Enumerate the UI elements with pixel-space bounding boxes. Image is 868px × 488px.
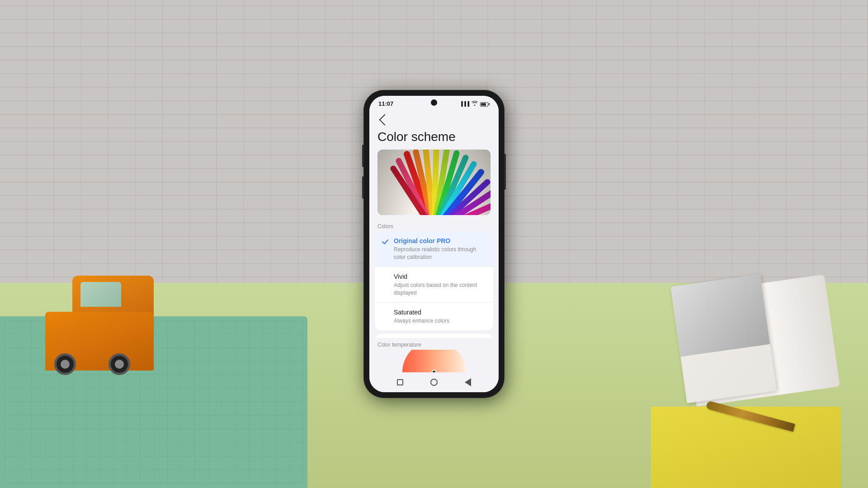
vivid-check-placeholder xyxy=(381,273,389,282)
vivid-text: Vivid Adjust colors based on the content… xyxy=(394,272,487,297)
svg-line-14 xyxy=(393,169,434,215)
back-button[interactable] xyxy=(377,113,390,125)
advanced-settings-item[interactable]: Advanced settings Color gamut options xyxy=(375,334,493,338)
svg-line-5 xyxy=(434,150,447,215)
saturated-text: Saturated Always enhance colors xyxy=(394,308,487,325)
phone-device: 11:07 ▐▐▐ xyxy=(364,90,504,398)
svg-line-1 xyxy=(407,154,434,215)
original-color-pro-title: Original color PRO xyxy=(394,237,487,245)
saturated-item[interactable]: Saturated Always enhance colors xyxy=(375,302,493,330)
color-temperature-arc xyxy=(369,350,499,372)
wifi-icon xyxy=(472,101,478,107)
status-icons: ▐▐▐ xyxy=(460,101,490,107)
color-temperature-label: Color temperature xyxy=(369,338,499,350)
original-color-pro-text: Original color PRO Reproduce realistic c… xyxy=(394,237,487,261)
back-nav-button[interactable] xyxy=(461,375,475,389)
recent-apps-icon xyxy=(397,379,403,385)
status-time: 11:07 xyxy=(378,100,393,107)
colors-section-label: Colors xyxy=(369,221,499,231)
svg-line-4 xyxy=(434,150,436,215)
svg-line-7 xyxy=(434,158,466,215)
battery-icon xyxy=(480,101,490,107)
original-color-pro-subtitle: Reproduce realistic colors through color… xyxy=(394,246,487,261)
saturated-check-placeholder xyxy=(381,309,389,317)
page-title: Color scheme xyxy=(369,128,499,150)
svg-line-3 xyxy=(426,150,434,215)
magazine xyxy=(670,261,840,408)
saturated-title: Saturated xyxy=(394,308,487,316)
back-arrow-icon xyxy=(379,114,390,125)
svg-line-9 xyxy=(434,172,481,215)
temperature-indicator[interactable] xyxy=(432,370,436,372)
saturated-subtitle: Always enhance colors xyxy=(394,317,487,325)
settings-list: Original color PRO Reproduce realistic c… xyxy=(369,231,499,338)
scene: 11:07 ▐▐▐ xyxy=(0,0,868,488)
truck-wheel-front xyxy=(108,353,130,375)
magazine-cover xyxy=(671,274,777,403)
top-nav xyxy=(369,109,499,128)
phone-wrapper: 11:07 ▐▐▐ xyxy=(364,90,504,398)
svg-line-2 xyxy=(416,152,434,215)
check-icon xyxy=(381,238,389,246)
recent-apps-button[interactable] xyxy=(393,375,407,389)
back-nav-icon xyxy=(465,378,471,386)
advanced-settings-card: Advanced settings Color gamut options xyxy=(375,334,493,338)
home-button[interactable] xyxy=(427,375,441,389)
svg-line-12 xyxy=(434,205,491,215)
camera-notch xyxy=(431,99,437,106)
app-content: Color scheme xyxy=(369,109,499,372)
svg-line-13 xyxy=(399,161,434,215)
nav-bar xyxy=(369,372,499,392)
svg-rect-0 xyxy=(377,150,491,215)
home-icon xyxy=(430,379,438,386)
svg-line-11 xyxy=(434,193,491,215)
phone-screen: 11:07 ▐▐▐ xyxy=(369,96,499,392)
truck-windshield xyxy=(80,282,121,307)
truck-wheel-back xyxy=(54,353,76,375)
vivid-subtitle: Adjust colors based on the content displ… xyxy=(394,282,487,297)
orange-truck xyxy=(36,271,163,371)
svg-line-10 xyxy=(434,182,487,215)
svg-line-6 xyxy=(434,153,457,215)
color-options-card: Original color PRO Reproduce realistic c… xyxy=(375,231,493,330)
vivid-item[interactable]: Vivid Adjust colors based on the content… xyxy=(375,267,493,302)
color-pencils-image xyxy=(377,150,491,215)
signal-icon: ▐▐▐ xyxy=(460,101,469,106)
vivid-title: Vivid xyxy=(394,272,487,281)
svg-line-8 xyxy=(434,164,474,215)
original-color-pro-item[interactable]: Original color PRO Reproduce realistic c… xyxy=(375,231,493,267)
temperature-arc-visual xyxy=(402,350,466,372)
